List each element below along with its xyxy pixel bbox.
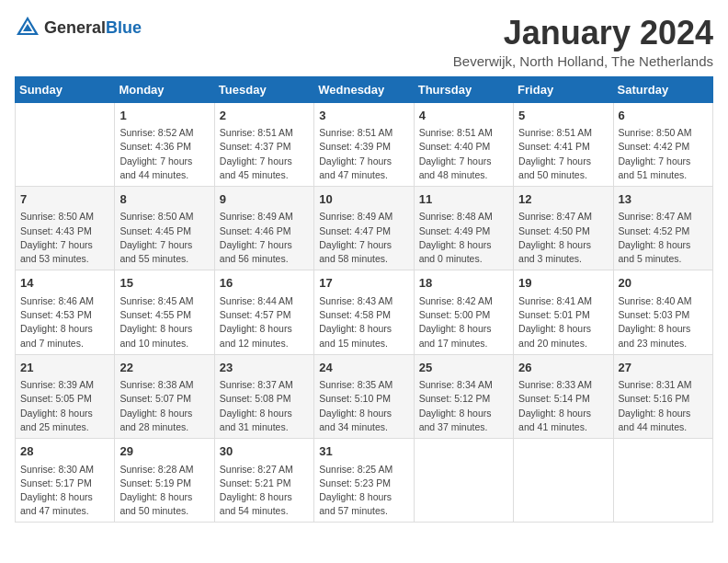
day-number: 26	[518, 359, 608, 377]
cell-info: Sunrise: 8:27 AMSunset: 5:21 PMDaylight:…	[220, 463, 309, 519]
cell-info: Sunrise: 8:42 AMSunset: 5:00 PMDaylight:…	[419, 294, 508, 350]
calendar-cell: 24Sunrise: 8:35 AMSunset: 5:10 PMDayligh…	[314, 354, 414, 438]
calendar-day-header: Saturday	[613, 76, 712, 102]
day-number: 10	[319, 190, 408, 209]
cell-info: Sunrise: 8:33 AMSunset: 5:14 PMDaylight:…	[518, 378, 608, 434]
day-number: 14	[20, 274, 109, 293]
calendar-cell: 23Sunrise: 8:37 AMSunset: 5:08 PMDayligh…	[214, 354, 313, 438]
month-title: January 2024	[453, 15, 713, 52]
calendar-cell: 15Sunrise: 8:45 AMSunset: 4:55 PMDayligh…	[115, 270, 214, 354]
calendar-cell: 6Sunrise: 8:50 AMSunset: 4:42 PMDaylight…	[613, 102, 712, 186]
day-number: 16	[220, 274, 309, 293]
logo-text-blue: Blue	[106, 18, 142, 37]
calendar-cell	[613, 439, 712, 523]
calendar-cell: 21Sunrise: 8:39 AMSunset: 5:05 PMDayligh…	[16, 354, 115, 438]
day-number: 22	[119, 359, 209, 377]
cell-info: Sunrise: 8:48 AMSunset: 4:49 PMDaylight:…	[419, 210, 508, 266]
calendar-week-row: 1Sunrise: 8:52 AMSunset: 4:36 PMDaylight…	[16, 102, 713, 186]
cell-info: Sunrise: 8:41 AMSunset: 5:01 PMDaylight:…	[518, 294, 608, 350]
calendar-cell: 16Sunrise: 8:44 AMSunset: 4:57 PMDayligh…	[214, 270, 313, 354]
day-number: 11	[419, 190, 508, 209]
calendar-cell: 29Sunrise: 8:28 AMSunset: 5:19 PMDayligh…	[115, 439, 214, 523]
day-number: 31	[319, 442, 408, 461]
cell-info: Sunrise: 8:52 AMSunset: 4:36 PMDaylight:…	[119, 126, 209, 182]
calendar-cell: 12Sunrise: 8:47 AMSunset: 4:50 PMDayligh…	[514, 186, 613, 270]
cell-info: Sunrise: 8:46 AMSunset: 4:53 PMDaylight:…	[20, 294, 109, 350]
day-number: 8	[119, 190, 209, 209]
cell-info: Sunrise: 8:45 AMSunset: 4:55 PMDaylight:…	[119, 294, 209, 350]
calendar-day-header: Thursday	[414, 76, 513, 102]
cell-info: Sunrise: 8:35 AMSunset: 5:10 PMDaylight:…	[319, 378, 408, 434]
day-number: 6	[619, 107, 708, 125]
calendar-cell: 8Sunrise: 8:50 AMSunset: 4:45 PMDaylight…	[115, 186, 214, 270]
calendar-day-header: Monday	[115, 76, 214, 102]
day-number: 3	[319, 107, 408, 125]
calendar-cell: 26Sunrise: 8:33 AMSunset: 5:14 PMDayligh…	[514, 354, 613, 438]
cell-info: Sunrise: 8:47 AMSunset: 4:50 PMDaylight:…	[518, 210, 608, 266]
title-area: January 2024 Beverwijk, North Holland, T…	[453, 15, 713, 69]
cell-info: Sunrise: 8:37 AMSunset: 5:08 PMDaylight:…	[220, 378, 309, 434]
calendar-cell: 22Sunrise: 8:38 AMSunset: 5:07 PMDayligh…	[115, 354, 214, 438]
cell-info: Sunrise: 8:28 AMSunset: 5:19 PMDaylight:…	[119, 463, 209, 519]
calendar-day-header: Wednesday	[314, 76, 414, 102]
cell-info: Sunrise: 8:43 AMSunset: 4:58 PMDaylight:…	[319, 294, 408, 350]
day-number: 25	[419, 359, 508, 377]
calendar-cell: 17Sunrise: 8:43 AMSunset: 4:58 PMDayligh…	[314, 270, 414, 354]
calendar-cell: 25Sunrise: 8:34 AMSunset: 5:12 PMDayligh…	[414, 354, 513, 438]
cell-info: Sunrise: 8:34 AMSunset: 5:12 PMDaylight:…	[419, 378, 508, 434]
cell-info: Sunrise: 8:47 AMSunset: 4:52 PMDaylight:…	[619, 210, 708, 266]
day-number: 20	[619, 274, 708, 293]
calendar-day-header: Sunday	[16, 76, 115, 102]
calendar-cell: 27Sunrise: 8:31 AMSunset: 5:16 PMDayligh…	[613, 354, 712, 438]
calendar-header-row: SundayMondayTuesdayWednesdayThursdayFrid…	[16, 76, 713, 102]
header: GeneralBlue January 2024 Beverwijk, Nort…	[15, 15, 713, 69]
calendar-cell: 1Sunrise: 8:52 AMSunset: 4:36 PMDaylight…	[115, 102, 214, 186]
cell-info: Sunrise: 8:51 AMSunset: 4:40 PMDaylight:…	[419, 126, 508, 182]
calendar-cell: 13Sunrise: 8:47 AMSunset: 4:52 PMDayligh…	[613, 186, 712, 270]
day-number: 28	[20, 442, 109, 461]
calendar-cell	[414, 439, 513, 523]
cell-info: Sunrise: 8:51 AMSunset: 4:39 PMDaylight:…	[319, 126, 408, 182]
cell-info: Sunrise: 8:50 AMSunset: 4:45 PMDaylight:…	[119, 210, 209, 266]
calendar-cell: 9Sunrise: 8:49 AMSunset: 4:46 PMDaylight…	[214, 186, 313, 270]
cell-info: Sunrise: 8:51 AMSunset: 4:37 PMDaylight:…	[220, 126, 309, 182]
calendar-cell: 28Sunrise: 8:30 AMSunset: 5:17 PMDayligh…	[16, 439, 115, 523]
logo-icon	[15, 15, 40, 40]
cell-info: Sunrise: 8:50 AMSunset: 4:43 PMDaylight:…	[20, 210, 109, 266]
calendar-table: SundayMondayTuesdayWednesdayThursdayFrid…	[15, 76, 713, 523]
calendar-cell: 3Sunrise: 8:51 AMSunset: 4:39 PMDaylight…	[314, 102, 414, 186]
day-number: 30	[220, 442, 309, 461]
cell-info: Sunrise: 8:38 AMSunset: 5:07 PMDaylight:…	[119, 378, 209, 434]
calendar-cell: 30Sunrise: 8:27 AMSunset: 5:21 PMDayligh…	[214, 439, 313, 523]
calendar-cell: 2Sunrise: 8:51 AMSunset: 4:37 PMDaylight…	[214, 102, 313, 186]
calendar-cell: 20Sunrise: 8:40 AMSunset: 5:03 PMDayligh…	[613, 270, 712, 354]
cell-info: Sunrise: 8:44 AMSunset: 4:57 PMDaylight:…	[220, 294, 309, 350]
location-title: Beverwijk, North Holland, The Netherland…	[453, 53, 713, 69]
day-number: 15	[119, 274, 209, 293]
calendar-cell: 7Sunrise: 8:50 AMSunset: 4:43 PMDaylight…	[16, 186, 115, 270]
calendar-cell: 5Sunrise: 8:51 AMSunset: 4:41 PMDaylight…	[514, 102, 613, 186]
day-number: 13	[619, 190, 708, 209]
calendar-body: 1Sunrise: 8:52 AMSunset: 4:36 PMDaylight…	[16, 102, 713, 523]
calendar-day-header: Friday	[514, 76, 613, 102]
day-number: 24	[319, 359, 408, 377]
calendar-week-row: 28Sunrise: 8:30 AMSunset: 5:17 PMDayligh…	[16, 439, 713, 523]
calendar-week-row: 7Sunrise: 8:50 AMSunset: 4:43 PMDaylight…	[16, 186, 713, 270]
day-number: 21	[20, 359, 109, 377]
cell-info: Sunrise: 8:50 AMSunset: 4:42 PMDaylight:…	[619, 126, 708, 182]
day-number: 4	[419, 107, 508, 125]
calendar-cell: 18Sunrise: 8:42 AMSunset: 5:00 PMDayligh…	[414, 270, 513, 354]
day-number: 27	[619, 359, 708, 377]
cell-info: Sunrise: 8:31 AMSunset: 5:16 PMDaylight:…	[619, 378, 708, 434]
day-number: 1	[119, 107, 209, 125]
day-number: 17	[319, 274, 408, 293]
calendar-cell: 14Sunrise: 8:46 AMSunset: 4:53 PMDayligh…	[16, 270, 115, 354]
calendar-cell	[16, 102, 115, 186]
day-number: 19	[518, 274, 608, 293]
calendar-cell: 4Sunrise: 8:51 AMSunset: 4:40 PMDaylight…	[414, 102, 513, 186]
day-number: 7	[20, 190, 109, 209]
cell-info: Sunrise: 8:49 AMSunset: 4:46 PMDaylight:…	[220, 210, 309, 266]
calendar-cell: 11Sunrise: 8:48 AMSunset: 4:49 PMDayligh…	[414, 186, 513, 270]
calendar-cell: 19Sunrise: 8:41 AMSunset: 5:01 PMDayligh…	[514, 270, 613, 354]
day-number: 29	[119, 442, 209, 461]
